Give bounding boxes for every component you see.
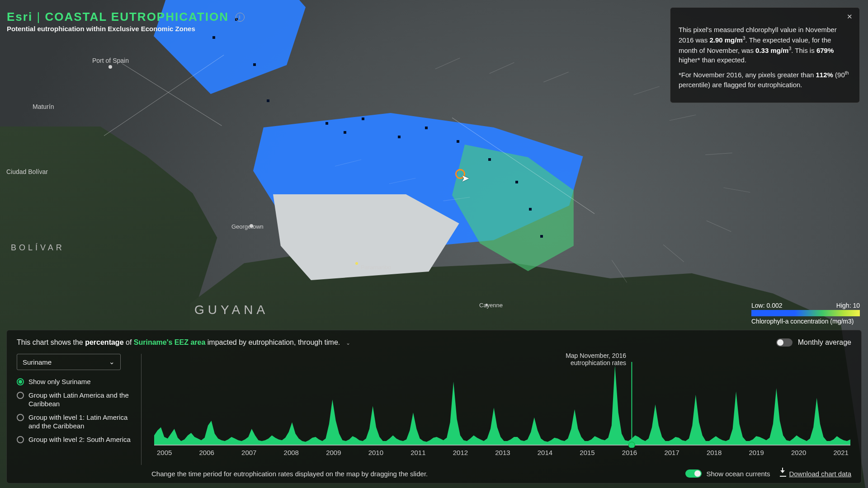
- chart-svg: [154, 362, 850, 448]
- download-chart-data[interactable]: Download chart data: [780, 470, 851, 478]
- x-tick: 2016: [622, 449, 637, 456]
- radio-icon: [17, 414, 24, 421]
- city-label-georgetown: Georgetown: [231, 223, 264, 230]
- show-currents-toggle[interactable]: [685, 469, 702, 478]
- city-label-cayenne: Cayenne: [479, 302, 503, 309]
- color-legend: Low: 0.002 High: 10 Chlorophyll-a concen…: [751, 302, 860, 325]
- monthly-average-label: Monthly average: [798, 338, 851, 347]
- panel-sidebar: Suriname ⌄ Show only Suriname Group with…: [17, 354, 142, 465]
- city-label-paramaribo: Paramaribo: [361, 264, 391, 271]
- panel-footer: Change the time period for eutrophicatio…: [151, 469, 851, 478]
- x-tick: 2010: [368, 449, 383, 456]
- svg-point-2: [628, 442, 635, 448]
- timeseries-chart[interactable]: Map November, 2016 eutrophication rates …: [154, 354, 851, 465]
- x-tick: 2021: [834, 449, 849, 456]
- panel-description: This chart shows the percentage of Surin…: [17, 338, 350, 347]
- x-tick: 2006: [199, 449, 214, 456]
- legend-low: Low: 0.002: [751, 302, 783, 309]
- grouping-radio-group: Show only Suriname Group with Latin Amer…: [17, 377, 131, 444]
- x-tick: 2009: [326, 449, 341, 456]
- country-select[interactable]: Suriname ⌄: [17, 354, 121, 370]
- info-icon[interactable]: i: [236, 13, 245, 22]
- timeseries-panel: This chart shows the percentage of Surin…: [6, 330, 862, 483]
- legend-gradient: [751, 310, 860, 316]
- legend-high: High: 10: [836, 302, 860, 309]
- radio-icon: [17, 378, 24, 385]
- radio-group-lac[interactable]: Group with Latin America and the Caribbe…: [17, 391, 131, 408]
- x-tick: 2014: [538, 449, 552, 456]
- x-tick: 2019: [749, 449, 764, 456]
- info-paragraph-1: This pixel's measured chlorophyll value …: [679, 25, 851, 65]
- radio-icon: [17, 436, 24, 443]
- city-dot: [355, 262, 358, 265]
- chevron-down-icon[interactable]: ⌄: [346, 340, 350, 346]
- region-label-guyana: GUYANA: [194, 303, 269, 317]
- chart-x-axis: 2005200620072008200920102011201220132014…: [154, 449, 851, 456]
- country-select-value: Suriname: [23, 358, 52, 366]
- pipe: |: [37, 10, 41, 23]
- x-tick: 2018: [707, 449, 722, 456]
- city-label-ciudad-bolivar: Ciudad Bolívar: [6, 168, 48, 175]
- x-tick: 2020: [791, 449, 806, 456]
- download-icon: [780, 470, 786, 477]
- close-icon[interactable]: ✕: [845, 12, 854, 21]
- radio-show-only[interactable]: Show only Suriname: [17, 377, 131, 386]
- info-paragraph-2: *For November 2016, any pixels greater t…: [679, 70, 851, 90]
- city-label-port-of-spain: Port of Spain: [92, 57, 129, 64]
- radio-group-level2[interactable]: Group with level 2: South America: [17, 435, 131, 444]
- show-currents-label: Show ocean currents: [706, 470, 770, 478]
- app-subtitle: Potential eutrophication within Exclusiv…: [7, 25, 245, 33]
- app-header: Esri | COASTAL EUTROPHICATION i Potentia…: [7, 10, 245, 33]
- region-label-bolivar: BOLÍVAR: [11, 243, 65, 253]
- x-tick: 2015: [580, 449, 594, 456]
- x-tick: 2007: [241, 449, 256, 456]
- slider-hint: Change the time period for eutrophicatio…: [151, 470, 428, 478]
- brand: Esri: [7, 10, 33, 23]
- radio-group-level1[interactable]: Group with level 1: Latin America and th…: [17, 413, 131, 431]
- x-tick: 2017: [664, 449, 679, 456]
- app-title: Esri | COASTAL EUTROPHICATION i: [7, 10, 245, 24]
- legend-caption: Chlorophyll-a concentration (mg/m3): [751, 318, 860, 325]
- x-tick: 2012: [453, 449, 468, 456]
- cursor-icon: ➤: [461, 173, 469, 184]
- radio-icon: [17, 392, 24, 399]
- x-tick: 2013: [495, 449, 510, 456]
- title-text: COASTAL EUTROPHICATION: [45, 10, 229, 23]
- x-tick: 2008: [284, 449, 299, 456]
- monthly-average-toggle[interactable]: [776, 338, 793, 347]
- chevron-down-icon: ⌄: [109, 358, 115, 366]
- city-dot: [108, 65, 112, 69]
- pixel-info-popup: ✕ This pixel's measured chlorophyll valu…: [670, 7, 860, 103]
- x-tick: 2005: [157, 449, 172, 456]
- x-tick: 2011: [410, 449, 425, 456]
- city-label-maturin: Maturín: [33, 103, 54, 110]
- panel-header: This chart shows the percentage of Surin…: [17, 338, 851, 347]
